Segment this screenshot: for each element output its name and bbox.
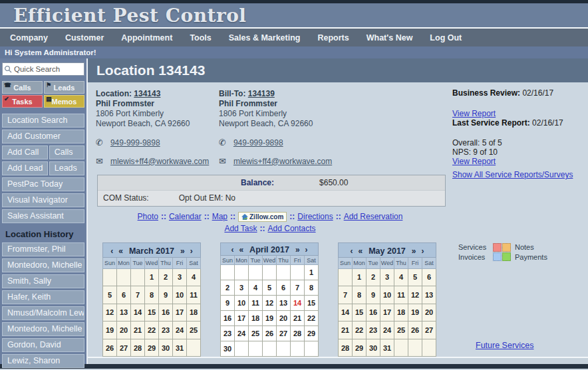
calendar-day-14[interactable]: 14 xyxy=(339,304,353,322)
calendar-day-2[interactable]: 2 xyxy=(221,280,235,296)
sidebar-item-visual-navigator[interactable]: Visual Navigator xyxy=(2,193,84,207)
calendar-day-11[interactable]: 11 xyxy=(187,286,201,304)
next-month-arrow[interactable]: › xyxy=(305,245,308,254)
calendar-day-30[interactable]: 30 xyxy=(367,339,380,357)
calendar-day-19[interactable]: 19 xyxy=(263,311,277,326)
history-item-montedoro-michelle[interactable]: Montedoro, Michelle xyxy=(2,322,84,336)
sidebar-item-add-customer[interactable]: Add Customer xyxy=(2,130,84,143)
calendar-day-26[interactable]: 26 xyxy=(263,326,277,341)
calendar-day-15[interactable]: 15 xyxy=(353,304,367,322)
photo-link[interactable]: Photo xyxy=(138,212,158,221)
calendar-day-22[interactable]: 22 xyxy=(353,322,367,339)
calendar-day-18[interactable]: 18 xyxy=(394,304,408,322)
calendar-day-27[interactable]: 27 xyxy=(277,326,291,341)
calendar-day-29[interactable]: 29 xyxy=(145,339,159,357)
sidebar-item-leads[interactable]: Leads xyxy=(49,161,84,175)
add-task-link[interactable]: Add Task xyxy=(224,224,257,233)
calendar-day-19[interactable]: 19 xyxy=(408,304,422,322)
calendar-day-5[interactable]: 5 xyxy=(408,268,422,286)
calendar-day-3[interactable]: 3 xyxy=(380,268,394,286)
calendar-day-29[interactable]: 29 xyxy=(305,326,319,341)
calendar-day-6[interactable]: 6 xyxy=(422,268,436,286)
calendar-day-23[interactable]: 23 xyxy=(367,322,380,339)
sidebar-item-calls[interactable]: Calls xyxy=(49,145,84,159)
calendar-day-1[interactable]: 1 xyxy=(353,268,367,286)
calendar-day-9[interactable]: 9 xyxy=(221,296,235,311)
directions-link[interactable]: Directions xyxy=(297,212,333,221)
prev-month-arrow[interactable]: ‹ xyxy=(110,246,113,256)
sidebar-item-sales-assistant[interactable]: Sales Assistant xyxy=(2,209,84,223)
add-contacts-link[interactable]: Add Contacts xyxy=(268,224,316,233)
calendar-day-9[interactable]: 9 xyxy=(159,286,173,304)
calendar-day-21[interactable]: 21 xyxy=(131,322,145,339)
calendar-day-2[interactable]: 2 xyxy=(367,268,380,286)
calendar-day-22[interactable]: 22 xyxy=(305,311,319,326)
calendar-day-23[interactable]: 23 xyxy=(221,326,235,341)
calendar-day-31[interactable]: 31 xyxy=(380,339,394,357)
calendar-day-20[interactable]: 20 xyxy=(277,311,291,326)
prev-month-arrow[interactable]: ‹ xyxy=(351,246,353,256)
nav-item-tools[interactable]: Tools xyxy=(181,33,220,43)
calendar-day-22[interactable]: 22 xyxy=(145,322,159,339)
add-reservation-link[interactable]: Add Reservation xyxy=(344,212,403,221)
zillow-badge[interactable]: Zillow.com xyxy=(238,212,287,222)
calendar-day-13[interactable]: 13 xyxy=(117,304,131,322)
calendar-day-29[interactable]: 29 xyxy=(353,339,367,357)
calendar-day-1[interactable]: 1 xyxy=(305,265,319,280)
calendar-day-7[interactable]: 7 xyxy=(339,286,353,304)
nav-item-reports[interactable]: Reports xyxy=(309,33,357,43)
calendar-day-7[interactable]: 7 xyxy=(131,286,145,304)
history-item-frommster-phil[interactable]: Frommster, Phil xyxy=(2,242,84,256)
calendar-day-18[interactable]: 18 xyxy=(187,304,201,322)
calendar-day-26[interactable]: 26 xyxy=(103,339,117,357)
billto-email-link[interactable]: mlewis+ff4@workwave.com xyxy=(233,157,332,166)
calendar-day-1[interactable]: 1 xyxy=(145,268,159,286)
calendar-day-24[interactable]: 24 xyxy=(173,322,187,339)
calendar-day-16[interactable]: 16 xyxy=(159,304,173,322)
calendar-day-20[interactable]: 20 xyxy=(117,322,131,339)
calendar-day-25[interactable]: 25 xyxy=(249,326,263,341)
calendar-day-15[interactable]: 15 xyxy=(305,296,319,311)
calendar-day-10[interactable]: 10 xyxy=(380,286,394,304)
calendar-day-28[interactable]: 28 xyxy=(131,339,145,357)
nav-item-company[interactable]: Company xyxy=(1,33,57,43)
prev-year-arrow[interactable]: « xyxy=(359,246,363,256)
calendar-day-10[interactable]: 10 xyxy=(173,286,187,304)
calendar-day-26[interactable]: 26 xyxy=(408,322,422,339)
calendar-day-27[interactable]: 27 xyxy=(117,339,131,357)
map-link[interactable]: Map xyxy=(212,212,227,221)
calendar-day-28[interactable]: 28 xyxy=(339,339,353,357)
quick-search-input[interactable] xyxy=(2,62,84,76)
calendar-day-11[interactable]: 11 xyxy=(249,296,263,311)
location-email-link[interactable]: mlewis+ff4@workwave.com xyxy=(110,157,209,166)
calendar-day-4[interactable]: 4 xyxy=(249,280,263,296)
calendar-day-17[interactable]: 17 xyxy=(173,304,187,322)
calendar-day-16[interactable]: 16 xyxy=(221,311,235,326)
calendar-link[interactable]: Calendar xyxy=(169,212,202,221)
calendar-day-8[interactable]: 8 xyxy=(145,286,159,304)
location-id-link[interactable]: 134143 xyxy=(134,89,160,98)
sidebar-item-add-call[interactable]: Add Call xyxy=(2,145,48,159)
calendar-day-15[interactable]: 15 xyxy=(145,304,159,322)
calendar-day-6[interactable]: 6 xyxy=(117,286,131,304)
calendar-day-18[interactable]: 18 xyxy=(249,311,263,326)
nav-item-what-s-new[interactable]: What's New xyxy=(358,33,422,43)
calendar-day-13[interactable]: 13 xyxy=(277,296,291,311)
calendar-day-28[interactable]: 28 xyxy=(291,326,305,341)
history-item-hafer-keith[interactable]: Hafer, Keith xyxy=(2,290,84,304)
next-year-arrow[interactable]: » xyxy=(180,246,185,256)
future-services-link[interactable]: Future Services xyxy=(476,341,534,350)
view-report-link-2[interactable]: View Report xyxy=(452,157,496,166)
calendar-day-5[interactable]: 5 xyxy=(103,286,117,304)
calendar-day-21[interactable]: 21 xyxy=(291,311,305,326)
prev-month-arrow[interactable]: ‹ xyxy=(231,245,233,254)
nav-item-sales-marketing[interactable]: Sales & Marketing xyxy=(220,33,309,43)
calendar-day-12[interactable]: 12 xyxy=(103,304,117,322)
quick-tasks-button[interactable]: ✔Tasks xyxy=(2,95,43,108)
nav-item-customer[interactable]: Customer xyxy=(57,33,112,43)
calendar-day-3[interactable]: 3 xyxy=(235,280,249,296)
calendar-day-12[interactable]: 12 xyxy=(263,296,277,311)
location-phone-link[interactable]: 949-999-9898 xyxy=(110,138,160,147)
calendar-day-30[interactable]: 30 xyxy=(221,341,235,357)
calendar-day-17[interactable]: 17 xyxy=(380,304,394,322)
